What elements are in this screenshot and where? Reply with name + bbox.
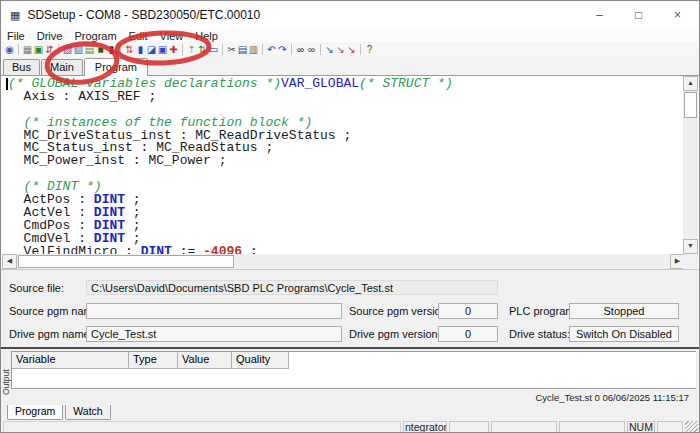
status-cell-3: [491, 421, 557, 433]
app-window: ▦ SDSetup - COM8 - SBD230050/ETC.00010 –…: [0, 0, 700, 433]
undo-icon[interactable]: ↶: [266, 43, 277, 56]
menu-edit[interactable]: Edit: [123, 30, 154, 42]
close-button[interactable]: ×: [658, 1, 697, 29]
source-pgm-version-value: 0: [438, 303, 498, 319]
code-editor[interactable]: (* GLOBAL variables declarations *)VAR_G…: [2, 76, 685, 254]
watch-grid[interactable]: VariableTypeValueQuality: [11, 351, 696, 389]
horizontal-scroll-thumb[interactable]: [18, 255, 234, 268]
code-lines: (* GLOBAL variables declarations *)VAR_G…: [8, 78, 453, 254]
status-cell-5: NUM: [627, 421, 655, 433]
tab-main[interactable]: Main: [41, 59, 83, 75]
vertical-scroll-thumb[interactable]: [684, 92, 697, 118]
toolbar-separator: [18, 44, 19, 55]
build-info-text: Cycle_Test.st 0 06/06/2025 11:15:17: [535, 392, 689, 403]
bottom-tab-watch[interactable]: Watch: [65, 405, 110, 420]
resize-grip[interactable]: [685, 421, 698, 433]
source-pgm-name-field[interactable]: [86, 303, 342, 319]
status-cell-0: [3, 421, 401, 433]
tab-program[interactable]: Program: [84, 58, 148, 76]
bottom-tab-strip: ProgramWatch: [7, 405, 113, 420]
window-icon[interactable]: ▭: [208, 43, 219, 56]
toolbar-separator: [262, 44, 263, 55]
io-config-icon[interactable]: ▤: [84, 43, 95, 56]
menu-view[interactable]: View: [154, 30, 190, 42]
scope-icon[interactable]: ▧: [73, 43, 84, 56]
stop-program-icon[interactable]: ✚: [168, 43, 179, 56]
tab-strip: BusMainProgram: [1, 57, 699, 76]
new-program-icon[interactable]: ▮: [135, 43, 146, 56]
toolbar-separator: [120, 44, 121, 55]
title-bar: ▦ SDSetup - COM8 - SBD230050/ETC.00010 –…: [1, 1, 699, 29]
status-cell-6: [657, 421, 683, 433]
find-next-icon[interactable]: ∞: [306, 43, 317, 56]
watch-col-quality[interactable]: Quality: [232, 352, 289, 369]
help-icon[interactable]: ?: [364, 43, 375, 56]
toolbar-separator: [58, 44, 59, 55]
download-icon[interactable]: ⇅: [197, 43, 208, 56]
scrollbar-corner: [683, 254, 698, 269]
pointer-red-icon[interactable]: ↘: [346, 43, 357, 56]
watch-col-variable[interactable]: Variable: [12, 352, 129, 369]
plc-program-label: PLC program:: [509, 305, 577, 317]
tab-bus[interactable]: Bus: [3, 59, 40, 75]
menu-file[interactable]: File: [1, 30, 31, 42]
status-bar: ntegratorNUM: [1, 420, 699, 433]
grid-icon[interactable]: ▦: [22, 43, 33, 56]
minimize-button[interactable]: –: [580, 1, 619, 29]
app-icon: ▦: [10, 9, 20, 21]
status-cell-1: ntegrator: [403, 421, 447, 433]
menu-bar: FileDriveProgramEditViewHelp: [1, 29, 699, 42]
code-line: VelFindMicro : DINT := -4096 ;: [8, 246, 453, 254]
toolbar-separator: [320, 44, 321, 55]
code-line: MC_Power_inst : MC_Power ;: [8, 155, 453, 168]
scroll-down-icon[interactable]: ▼: [683, 239, 698, 254]
window-title: SDSetup - COM8 - SBD230050/ETC.00010: [27, 8, 260, 22]
monitor-icon[interactable]: ▨: [62, 43, 73, 56]
drive-pgm-name-label: Drive pgm name:: [9, 328, 93, 340]
save-program-icon[interactable]: ▣: [157, 43, 168, 56]
window-green-icon[interactable]: ■: [95, 43, 106, 56]
plc-program-status: Stopped: [569, 303, 679, 319]
bottom-tab-program[interactable]: Program: [7, 405, 63, 420]
source-pgm-version-label: Source pgm version:: [349, 305, 450, 317]
paste-icon[interactable]: ▥: [248, 43, 259, 56]
drive-pgm-version-label: Drive pgm version:: [349, 328, 441, 340]
scroll-left-icon[interactable]: ◀: [2, 254, 17, 269]
menu-drive[interactable]: Drive: [31, 30, 69, 42]
open-program-icon[interactable]: ◪: [146, 43, 157, 56]
scroll-up-icon[interactable]: ▲: [683, 76, 698, 91]
menu-help[interactable]: Help: [189, 30, 224, 42]
list-dark-icon[interactable]: ▮: [106, 43, 117, 56]
maximize-button[interactable]: □: [619, 1, 658, 29]
goto-pointer-icon[interactable]: ↘: [324, 43, 335, 56]
cut-icon[interactable]: ✂: [226, 43, 237, 56]
toolbar-separator: [222, 44, 223, 55]
watch-col-value[interactable]: Value: [178, 352, 232, 369]
watch-col-type[interactable]: Type: [129, 352, 178, 369]
online-toggle-icon[interactable]: ⇅: [124, 43, 135, 56]
save-all-icon[interactable]: ▣: [33, 43, 44, 56]
drive-status-label: Drive status:: [509, 328, 570, 340]
status-cell-2: [449, 421, 489, 433]
redo-icon[interactable]: ↷: [277, 43, 288, 56]
vertical-scrollbar[interactable]: ▲ ▼: [683, 76, 698, 254]
pointer-find-icon[interactable]: ↘: [335, 43, 346, 56]
horizontal-scrollbar[interactable]: ◀ ▶: [2, 254, 685, 269]
connect-icon[interactable]: ⇵: [44, 43, 55, 56]
output-pane: Output VariableTypeValueQuality Cycle_Te…: [1, 349, 699, 420]
eye-icon[interactable]: ◉: [4, 43, 15, 56]
toolbar-separator: [182, 44, 183, 55]
info-panel: Source file: C:\Users\David\Documents\SB…: [1, 269, 699, 347]
menu-program[interactable]: Program: [68, 30, 122, 42]
find-icon[interactable]: ∞: [295, 43, 306, 56]
drive-pgm-name-field[interactable]: Cycle_Test.st: [86, 326, 342, 342]
code-line: Axis : AXIS_REF ;: [8, 91, 453, 104]
copy-icon[interactable]: ▤: [237, 43, 248, 56]
upload-icon[interactable]: ⇡: [186, 43, 197, 56]
source-file-value: C:\Users\David\Documents\SBD PLC Program…: [86, 280, 498, 295]
drive-status-value: Switch On Disabled: [569, 326, 679, 342]
toolbar-separator: [360, 44, 361, 55]
source-file-label: Source file:: [9, 282, 64, 294]
toolbar: ◉▦▣⇵▨▧▤■▮⇅▮◪▣✚⇡⇅▭✂▤▥↶↷∞∞↘↘↘?: [1, 42, 699, 57]
status-cell-4: [559, 421, 625, 433]
